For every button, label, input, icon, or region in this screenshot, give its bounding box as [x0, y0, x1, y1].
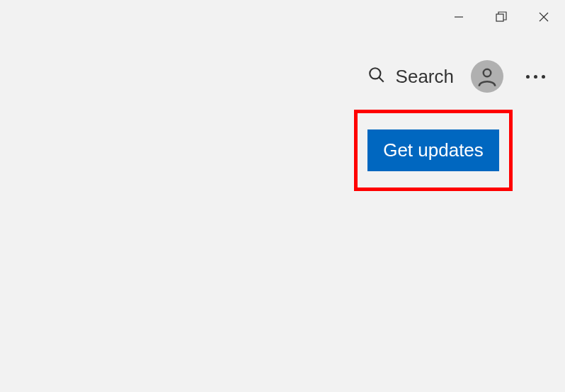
maximize-icon	[496, 11, 507, 23]
svg-point-6	[484, 69, 491, 77]
more-icon	[526, 75, 530, 79]
maximize-button[interactable]	[480, 0, 523, 34]
highlight-annotation: Get updates	[354, 110, 513, 191]
toolbar: Search	[367, 60, 551, 93]
svg-point-4	[370, 68, 380, 79]
more-menu-button[interactable]	[520, 75, 551, 79]
window-controls	[438, 0, 565, 34]
minimize-icon	[454, 12, 464, 22]
account-button[interactable]	[471, 60, 503, 93]
svg-line-5	[379, 77, 384, 82]
search-icon	[367, 66, 386, 87]
person-icon	[476, 66, 498, 87]
search-label: Search	[396, 66, 454, 88]
more-icon	[542, 75, 545, 79]
get-updates-button[interactable]: Get updates	[367, 129, 499, 171]
close-icon	[538, 11, 549, 23]
svg-rect-1	[496, 14, 503, 21]
close-button[interactable]	[523, 0, 565, 34]
more-icon	[534, 75, 537, 79]
search-button[interactable]: Search	[367, 66, 454, 88]
minimize-button[interactable]	[438, 0, 480, 34]
